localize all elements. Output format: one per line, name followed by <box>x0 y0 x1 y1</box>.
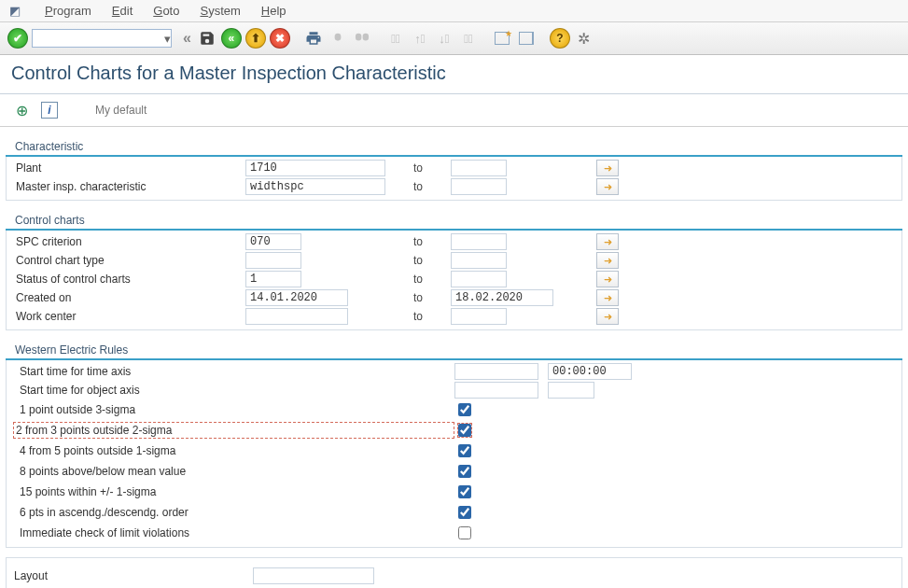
menu-help[interactable]: Help <box>261 4 286 18</box>
mic-label: Master insp. characteristic <box>12 180 245 193</box>
western-body: Start time for time axis Start time for … <box>6 360 902 548</box>
type-from-input[interactable] <box>245 252 301 269</box>
section-control-charts: Control charts <box>6 208 902 231</box>
plant-label: Plant <box>12 161 245 175</box>
first-page-button[interactable]: ⤒⃞ <box>385 28 406 49</box>
created-multi-button[interactable]: ➜ <box>596 289 619 306</box>
command-dropdown-icon[interactable]: ▾ <box>157 28 177 49</box>
section-western: Western Electric Rules <box>6 338 902 360</box>
rule3-checkbox[interactable] <box>458 444 471 457</box>
start-time-date-input[interactable] <box>454 363 538 380</box>
control-charts-body: SPC criterion to ➜ Control chart type to… <box>6 231 902 330</box>
status-from-input[interactable] <box>245 271 301 287</box>
menu-program[interactable]: Program <box>45 4 91 18</box>
to-label: to <box>385 180 451 193</box>
menu-bar: ◩ Program Edit Goto System Help <box>0 0 908 22</box>
layout-label: Layout <box>14 569 48 582</box>
help-button[interactable]: ? <box>550 28 570 49</box>
plant-multi-button[interactable]: ➜ <box>596 160 619 176</box>
find-button[interactable] <box>328 28 348 49</box>
created-from-input[interactable] <box>245 289 348 306</box>
rule4-checkbox[interactable] <box>458 465 471 478</box>
print-button[interactable] <box>303 28 324 49</box>
generate-shortcut-button[interactable] <box>516 28 537 49</box>
mic-multi-button[interactable]: ➜ <box>596 178 619 195</box>
save-button[interactable] <box>197 28 217 49</box>
next-page-button[interactable]: ↓⃞ <box>434 28 454 49</box>
menu-system[interactable]: System <box>200 4 240 18</box>
status-multi-button[interactable]: ➜ <box>596 271 619 287</box>
start-time-time-input[interactable] <box>548 363 632 380</box>
rule2-label: 2 from 3 points outside 2-sigma <box>13 422 454 439</box>
status-label: Status of control charts <box>12 273 245 286</box>
type-to-input[interactable] <box>451 252 507 269</box>
to-label: to <box>385 161 451 175</box>
workcenter-from-input[interactable] <box>245 308 348 325</box>
rule6-checkbox[interactable] <box>458 506 471 519</box>
start-object-label: Start time for object axis <box>16 384 454 397</box>
status-to-input[interactable] <box>451 271 507 287</box>
plant-to-input[interactable] <box>451 160 507 176</box>
type-multi-button[interactable]: ➜ <box>596 252 619 269</box>
to-label: to <box>385 235 451 248</box>
layout-input[interactable] <box>253 567 374 584</box>
rule1-checkbox[interactable] <box>458 403 471 416</box>
start-object-to-input[interactable] <box>548 382 594 399</box>
rule5-label: 15 points within +/- 1-sigma <box>16 485 454 498</box>
spc-label: SPC criterion <box>12 235 245 248</box>
section-characteristic: Characteristic <box>6 134 902 157</box>
plant-from-input[interactable] <box>245 160 385 176</box>
spc-from-input[interactable] <box>245 233 301 250</box>
prev-page-button[interactable]: ↑⃞ <box>410 28 430 49</box>
page-title: Control Charts for a Master Inspection C… <box>0 55 908 94</box>
sub-toolbar: ⊕ i My default <box>0 94 908 127</box>
menu-goto[interactable]: Goto <box>153 4 179 18</box>
layout-section: Layout <box>6 557 902 588</box>
execute-button[interactable]: ⊕ <box>11 100 32 120</box>
rule2-checkbox[interactable] <box>458 424 471 437</box>
workcenter-to-input[interactable] <box>451 308 507 325</box>
to-label: to <box>385 310 451 323</box>
type-label: Control chart type <box>12 254 245 267</box>
new-session-button[interactable]: ★ <box>492 28 512 49</box>
rule5-checkbox[interactable] <box>458 485 471 498</box>
spc-multi-button[interactable]: ➜ <box>596 233 619 250</box>
spc-to-input[interactable] <box>451 233 507 250</box>
window-icon: ◩ <box>9 4 21 18</box>
mic-to-input[interactable] <box>451 178 507 195</box>
workcenter-multi-button[interactable]: ➜ <box>596 308 619 325</box>
mic-from-input[interactable] <box>245 178 385 195</box>
rule6-label: 6 pts in ascendg./descendg. order <box>16 506 454 519</box>
last-page-button[interactable]: ⤓⃞ <box>458 28 479 49</box>
info-button[interactable]: i <box>41 102 58 119</box>
to-label: to <box>385 291 451 304</box>
enter-button[interactable]: ✔ <box>7 28 28 49</box>
command-field[interactable] <box>32 29 172 48</box>
menu-edit[interactable]: Edit <box>112 4 133 18</box>
application-toolbar: ✔ ▾ « « ⬆ ✖ ⤒⃞ ↑⃞ ↓⃞ ⤓⃞ ★ ? ✲ <box>0 22 908 55</box>
created-to-input[interactable] <box>451 289 553 306</box>
rule7-label: Immediate check of limit violations <box>16 526 454 539</box>
rule4-label: 8 points above/below mean value <box>16 465 454 478</box>
workcenter-label: Work center <box>12 310 245 323</box>
rule1-label: 1 point outside 3-sigma <box>16 403 454 416</box>
toolbar-collapse-icon[interactable]: « <box>181 30 193 47</box>
customize-button[interactable]: ✲ <box>574 28 594 49</box>
my-default-label[interactable]: My default <box>95 104 147 117</box>
exit-button[interactable]: ⬆ <box>245 28 266 49</box>
to-label: to <box>385 273 451 286</box>
rule7-checkbox[interactable] <box>458 526 471 539</box>
created-label: Created on <box>12 291 245 304</box>
start-object-from-input[interactable] <box>454 382 538 399</box>
back-button[interactable]: « <box>221 28 242 49</box>
characteristic-body: Plant to ➜ Master insp. characteristic t… <box>6 157 902 201</box>
rule3-label: 4 from 5 points outside 1-sigma <box>16 444 454 457</box>
find-next-button[interactable] <box>352 28 372 49</box>
start-time-label: Start time for time axis <box>16 365 454 378</box>
to-label: to <box>385 254 451 267</box>
cancel-button[interactable]: ✖ <box>270 28 290 49</box>
